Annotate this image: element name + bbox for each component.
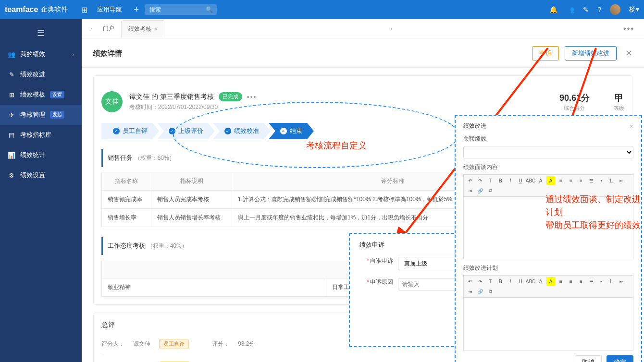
sidebar-item[interactable]: ✈考核管理发起 xyxy=(0,105,82,125)
sidebar-toggle-icon[interactable]: ☰ xyxy=(0,24,82,44)
sidebar-badge: 发起 xyxy=(50,111,64,119)
grade: 甲 xyxy=(614,92,624,104)
tab-home[interactable]: 门户 xyxy=(96,20,121,37)
improve-link-select[interactable] xyxy=(463,146,633,158)
sidebar-item-label: 绩效模板 xyxy=(20,90,45,99)
improve-dialog-title: 绩效改进 xyxy=(463,122,486,130)
new-icon[interactable]: + xyxy=(134,5,139,15)
chevron-right-icon: › xyxy=(73,52,74,57)
sidebar-icon: ⊞ xyxy=(8,91,15,98)
sidebar: ☰ 👥我的绩效›✎绩效改进⊞绩效模板设置✈考核管理发起▤考核指标库📊绩效统计⚙绩… xyxy=(0,19,82,362)
sidebar-item-label: 考核指标库 xyxy=(20,131,51,139)
review-tag: 员工自评 xyxy=(159,339,189,349)
improve-cancel-button[interactable]: 取消 xyxy=(575,355,602,362)
flow-step[interactable]: ✓员工自评 xyxy=(101,123,159,139)
tab-performance[interactable]: 绩效考核× xyxy=(121,20,164,38)
check-icon: ✓ xyxy=(169,128,175,134)
check-icon: ✓ xyxy=(113,128,120,134)
sidebar-item[interactable]: 📊绩效统计 xyxy=(0,145,82,165)
page-head: 绩效详情 申诉 新增绩效改进 ✕ xyxy=(82,38,644,68)
flow-step[interactable]: ✓绩效校准 xyxy=(213,123,271,139)
sidebar-item-label: 绩效统计 xyxy=(20,151,45,159)
new-improve-button[interactable]: 新增绩效改进 xyxy=(565,46,617,60)
interview-editor[interactable] xyxy=(463,197,633,259)
sidebar-icon: ✎ xyxy=(8,71,15,78)
appeal-button[interactable]: 申诉 xyxy=(532,46,559,60)
sidebar-item[interactable]: ⊞绩效模板设置 xyxy=(0,84,82,105)
logo: teamface xyxy=(5,5,38,14)
brand-name: 企典软件 xyxy=(41,5,68,14)
sidebar-item[interactable]: 👥我的绩效› xyxy=(0,44,82,64)
edit-icon[interactable]: ✎ xyxy=(583,6,589,13)
sidebar-item-label: 考核管理 xyxy=(20,110,45,119)
flow-step[interactable]: ✓上级评价 xyxy=(157,123,215,139)
appeal-dialog-title: 绩效申诉 xyxy=(359,241,384,249)
page-title: 绩效详情 xyxy=(93,49,122,58)
sidebar-icon: 📊 xyxy=(8,152,15,159)
sidebar-badge: 设置 xyxy=(50,91,64,98)
bell-icon[interactable]: 🔔 xyxy=(549,6,557,13)
check-icon: ✓ xyxy=(224,128,231,134)
main: ‹ 门户 绩效考核× › ••• 绩效详情 申诉 新增绩效改进 ✕ 文佳 xyxy=(82,19,644,362)
page-close-icon[interactable]: ✕ xyxy=(625,48,632,59)
topbar: teamface 企典软件 ⊞ 应用导航 + 🔍 🔔 👥 ✎ ? 杨▾ xyxy=(0,0,644,19)
improve-close-icon[interactable]: × xyxy=(629,122,633,130)
editor-toolbar-2[interactable]: ↶↷TBIUABCAA≡≡≡☰•1.⇤⇥🔗⧉ xyxy=(463,275,633,298)
sidebar-item-label: 绩效改进 xyxy=(20,70,45,79)
employee-avatar: 文佳 xyxy=(101,91,123,112)
apps-icon[interactable]: ⊞ xyxy=(81,5,87,14)
improve-dialog: 绩效改进× 关联绩效 绩效面谈内容 ↶↷TBIUABCAA≡≡≡☰•1.⇤⇥🔗⧉… xyxy=(455,115,642,362)
help-icon[interactable]: ? xyxy=(597,6,601,13)
sidebar-icon: ▤ xyxy=(8,132,15,139)
sidebar-icon: 👥 xyxy=(8,51,15,58)
flow-step[interactable]: ✓结束 xyxy=(269,123,314,139)
review-period: 考核时间：2022/07/01-2022/09/30 xyxy=(129,103,257,111)
avatar[interactable] xyxy=(610,4,620,15)
sidebar-icon: ⚙ xyxy=(8,172,15,179)
more-icon[interactable]: ••• xyxy=(247,93,257,101)
sidebar-item-label: 我的绩效 xyxy=(20,50,45,59)
check-icon: ✓ xyxy=(280,128,287,134)
user-menu[interactable]: 杨▾ xyxy=(629,5,639,14)
sidebar-icon: ✈ xyxy=(8,111,15,119)
sidebar-item-label: 绩效设置 xyxy=(20,171,45,180)
total-score: 90.61分 xyxy=(559,92,590,104)
tab-bar: ‹ 门户 绩效考核× › ••• xyxy=(82,19,644,38)
app-nav[interactable]: 应用导航 xyxy=(97,5,122,14)
review-title: 谭文佳 的 第三季度销售考核 xyxy=(129,93,214,101)
tab-close-icon[interactable]: × xyxy=(154,26,157,32)
plan-editor[interactable] xyxy=(463,298,633,350)
improve-ok-button[interactable]: 确定 xyxy=(607,355,633,362)
tab-back-icon[interactable]: ‹ xyxy=(87,25,96,32)
sidebar-item[interactable]: ▤考核指标库 xyxy=(0,125,82,145)
sidebar-item[interactable]: ✎绩效改进 xyxy=(0,64,82,84)
tab-forward-icon[interactable]: › xyxy=(387,25,396,32)
search-icon[interactable]: 🔍 xyxy=(206,6,213,13)
sidebar-item[interactable]: ⚙绩效设置 xyxy=(0,165,82,185)
tab-more-icon[interactable]: ••• xyxy=(619,24,639,33)
status-badge: 已完成 xyxy=(219,92,242,101)
org-icon[interactable]: 👥 xyxy=(566,6,574,13)
editor-toolbar-1[interactable]: ↶↷TBIUABCAA≡≡≡☰•1.⇤⇥🔗⧉ xyxy=(463,174,633,197)
